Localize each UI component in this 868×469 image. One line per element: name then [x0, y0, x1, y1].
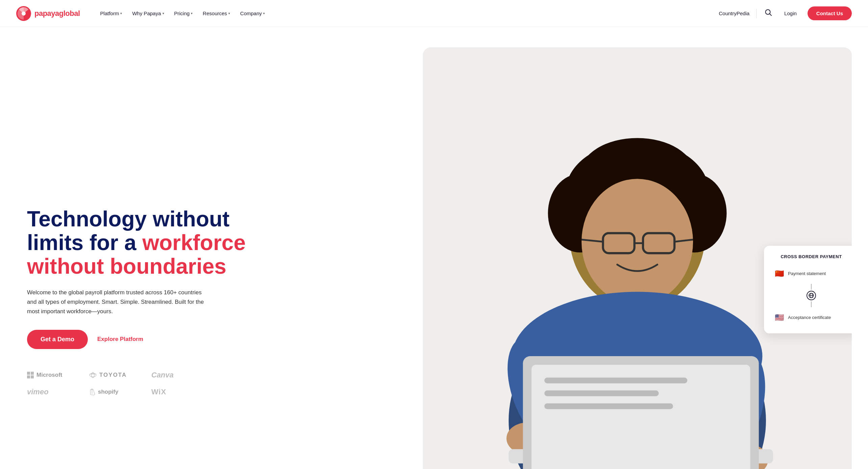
- explore-platform-link[interactable]: Explore Platform: [97, 336, 143, 343]
- chevron-down-icon: ▾: [228, 11, 230, 15]
- payment-row-2: 🇺🇸 Acceptance certificate: [775, 310, 848, 325]
- get-demo-button[interactable]: Get a Demo: [27, 330, 88, 349]
- nav-resources-label: Resources: [203, 10, 227, 16]
- nav-why-papaya[interactable]: Why Papaya ▾: [128, 8, 168, 19]
- payment-card: CROSS BORDER PAYMENT 🇨🇳 Payment statemen…: [764, 246, 852, 333]
- microsoft-icon: [27, 372, 34, 378]
- svg-rect-7: [31, 375, 34, 378]
- hero-headline: Technology without limits for a workforc…: [27, 207, 403, 278]
- logo-vimeo: vimeo: [27, 388, 78, 396]
- trust-logos: Microsoft TOYOTA Canva vimeo: [27, 371, 203, 396]
- hero-section: Technology without limits for a workforc…: [0, 27, 868, 469]
- nav-resources[interactable]: Resources ▾: [199, 8, 234, 19]
- connector-line-bottom: [811, 301, 812, 307]
- svg-rect-6: [27, 375, 30, 378]
- navbar: papayaglobal Platform ▾ Why Papaya ▾ Pri…: [0, 0, 868, 27]
- canva-label: Canva: [151, 371, 174, 379]
- headline-line1: Technology without: [27, 207, 230, 231]
- nav-links: Platform ▾ Why Papaya ▾ Pricing ▾ Resour…: [96, 8, 719, 19]
- headline-highlight: workforce: [142, 230, 246, 255]
- toyota-label: TOYOTA: [99, 372, 127, 378]
- hero-content: Technology without limits for a workforc…: [27, 47, 423, 469]
- logo-toyota: TOYOTA: [89, 371, 141, 379]
- nav-pricing[interactable]: Pricing ▾: [170, 8, 197, 19]
- headline-line3: without boundaries: [27, 254, 226, 278]
- svg-point-1: [22, 11, 26, 16]
- hero-background: CROSS BORDER PAYMENT 🇨🇳 Payment statemen…: [423, 47, 852, 469]
- nav-why-papaya-label: Why Papaya: [132, 10, 161, 16]
- wix-label: WiX: [151, 388, 166, 396]
- nav-right: CountryPedia Login Contact Us: [719, 6, 852, 20]
- microsoft-label: Microsoft: [36, 372, 62, 378]
- usa-flag-icon: 🇺🇸: [775, 313, 784, 322]
- search-icon[interactable]: [763, 7, 773, 19]
- connector-line-top: [811, 284, 812, 289]
- logo-canva: Canva: [151, 371, 203, 379]
- vimeo-label: vimeo: [27, 388, 49, 396]
- shopify-icon: [89, 389, 95, 395]
- payment-statement-label: Payment statement: [788, 271, 826, 276]
- payment-card-title: CROSS BORDER PAYMENT: [775, 254, 848, 259]
- chevron-down-icon: ▾: [162, 11, 164, 15]
- svg-rect-4: [27, 372, 30, 375]
- login-button[interactable]: Login: [780, 8, 801, 19]
- logo-wix: WiX: [151, 388, 203, 396]
- nav-divider: [756, 9, 757, 18]
- logo-microsoft: Microsoft: [27, 371, 78, 379]
- payment-connector: [775, 281, 848, 310]
- svg-rect-33: [544, 378, 687, 384]
- chevron-down-icon: ▾: [263, 11, 265, 15]
- logo[interactable]: papayaglobal: [16, 6, 80, 21]
- nav-company-label: Company: [240, 10, 262, 16]
- acceptance-certificate-label: Acceptance certificate: [788, 315, 831, 320]
- hero-subtitle: Welcome to the global payroll platform t…: [27, 288, 209, 316]
- payment-row-1: 🇨🇳 Payment statement: [775, 266, 848, 281]
- chevron-down-icon: ▾: [120, 11, 122, 15]
- country-pedia-link[interactable]: CountryPedia: [719, 10, 749, 16]
- nav-platform[interactable]: Platform ▾: [96, 8, 126, 19]
- shopify-label: shopify: [98, 389, 118, 395]
- nav-pricing-label: Pricing: [174, 10, 190, 16]
- nav-platform-label: Platform: [100, 10, 119, 16]
- brand-name: papayaglobal: [34, 9, 80, 18]
- svg-line-3: [770, 14, 772, 16]
- contact-us-button[interactable]: Contact Us: [808, 6, 852, 20]
- headline-line2: limits for a: [27, 230, 136, 255]
- hero-cta: Get a Demo Explore Platform: [27, 330, 403, 349]
- svg-rect-34: [544, 391, 659, 396]
- toyota-icon: [89, 372, 97, 378]
- globe-icon: [807, 291, 816, 300]
- hero-image-area: CROSS BORDER PAYMENT 🇨🇳 Payment statemen…: [423, 47, 852, 469]
- logo-shopify: shopify: [89, 388, 141, 396]
- svg-rect-35: [544, 403, 673, 409]
- chevron-down-icon: ▾: [191, 11, 193, 15]
- nav-company[interactable]: Company ▾: [236, 8, 269, 19]
- svg-rect-5: [31, 372, 34, 375]
- china-flag-icon: 🇨🇳: [775, 269, 784, 278]
- logo-icon: [16, 6, 31, 21]
